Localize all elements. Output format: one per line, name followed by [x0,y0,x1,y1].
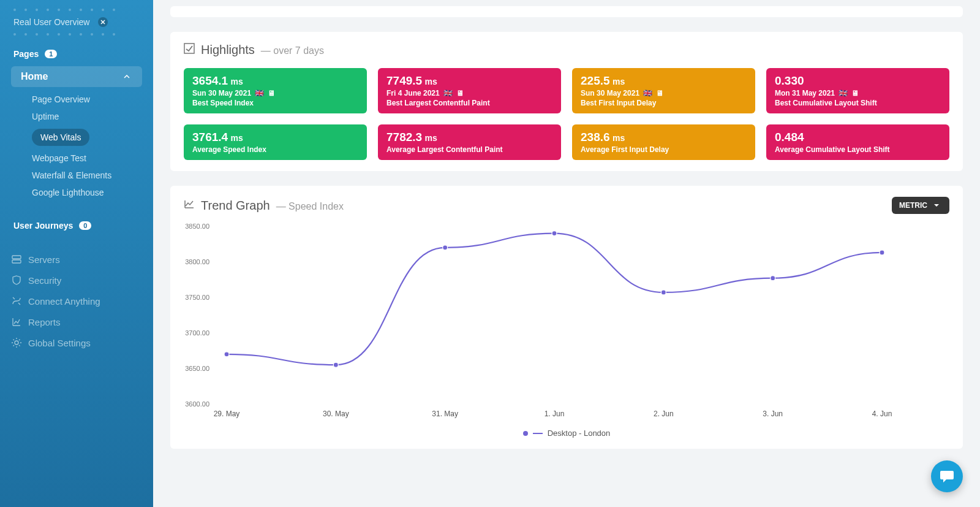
caret-down-icon [931,200,942,211]
server-icon [11,254,22,265]
trend-chart: 3600.003650.003700.003750.003800.003850.… [184,220,949,438]
tile-date: Sun 30 May 2021 [192,89,251,97]
sidebar-subitem-webpage-test[interactable]: Webpage Test [0,150,153,167]
svg-point-20 [552,231,557,236]
tile-unit: ms [612,133,625,143]
svg-text:3700.00: 3700.00 [185,329,209,337]
highlights-card: Highlights — over 7 days 3654.1 msSun 30… [170,32,963,171]
decorative-dots [0,9,153,11]
sidebar-user-journeys-header[interactable]: User Journeys 0 [0,217,153,234]
tile-value: 3654.1 [192,74,228,87]
section-title-text: Trend Graph [201,199,270,213]
tile-value: 0.330 [775,74,804,87]
sidebar-item-label: Security [28,275,61,286]
svg-rect-0 [12,256,21,259]
close-icon[interactable] [98,17,108,27]
svg-text:3650.00: 3650.00 [185,365,209,372]
trend-icon [184,199,195,210]
section-subtitle: — over 7 days [261,45,324,56]
sidebar-item-label: Pages [13,49,39,59]
highlight-tile[interactable]: 7749.5 msFri 4 June 2021 🇬🇧 🖥Best Larges… [378,68,561,113]
tile-date: Mon 31 May 2021 [775,89,835,97]
sidebar-item-connect-anything[interactable]: Connect Anything [0,291,153,311]
chart-icon [11,316,22,327]
svg-text:3600.00: 3600.00 [185,400,209,408]
sidebar-home-expander[interactable]: Home [11,66,142,87]
decorative-dots [0,33,153,36]
svg-rect-3 [184,44,194,53]
highlight-tile[interactable]: 238.6 msAverage First Input Delay [572,124,755,160]
highlight-tile[interactable]: 225.5 msSun 30 May 2021 🇬🇧 🖥Best First I… [572,68,755,113]
chat-fab-button[interactable] [931,460,963,492]
svg-point-21 [661,290,666,295]
main-content: Highlights — over 7 days 3654.1 msSun 30… [153,0,980,507]
tile-unit: ms [425,133,437,143]
svg-text:3850.00: 3850.00 [185,223,209,230]
sidebar-subitem-page-overview[interactable]: Page Overview [0,91,153,108]
svg-text:3. Jun: 3. Jun [763,410,783,418]
sidebar-subitem-web-vitals[interactable]: Web Vitals [0,125,153,150]
pages-count-badge: 1 [45,50,57,58]
highlight-tile[interactable]: 7782.3 msAverage Largest Contentful Pain… [378,124,561,160]
sidebar-item-label: Web Vitals [32,129,89,146]
highlight-tile[interactable]: 3654.1 msSun 30 May 2021 🇬🇧 🖥Best Speed … [184,68,367,113]
highlight-tile[interactable]: 0.484Average Cumulative Layout Shift [766,124,949,160]
tile-label: Average Largest Contentful Paint [386,145,552,154]
highlights-title: Highlights — over 7 days [184,43,949,57]
gear-icon [11,337,22,348]
legend-marker-icon [523,431,528,436]
metric-button-label: METRIC [899,201,927,210]
sidebar-subitem-google-lighthouse[interactable]: Google Lighthouse [0,184,153,201]
sidebar-item-servers[interactable]: Servers [0,249,153,270]
tile-label: Average Cumulative Layout Shift [775,145,941,154]
svg-point-23 [880,250,884,255]
sidebar-subitem-waterfall-elements[interactable]: Waterfall & Elements [0,167,153,184]
sidebar-subitem-uptime[interactable]: Uptime [0,108,153,125]
flag-icon: 🇬🇧 [643,89,652,97]
tile-date: Fri 4 June 2021 [386,89,440,97]
tile-unit: ms [612,77,625,86]
section-title-text: Highlights [201,43,255,57]
highlight-tile[interactable]: 0.330Mon 31 May 2021 🇬🇧 🖥Best Cumulative… [766,68,949,113]
sidebar-item-reports[interactable]: Reports [0,311,153,332]
svg-text:3800.00: 3800.00 [185,258,209,265]
tile-label: Best Largest Contentful Paint [386,99,552,107]
tile-label: Best Speed Index [192,99,358,107]
tile-value: 7782.3 [386,131,422,143]
svg-point-22 [771,276,775,281]
highlight-tile[interactable]: 3761.4 msAverage Speed Index [184,124,367,160]
tile-value: 3761.4 [192,131,228,143]
svg-text:31. May: 31. May [432,410,458,418]
tile-unit: ms [231,133,243,143]
tile-unit: ms [231,77,243,86]
sidebar-item-label: User Journeys [13,221,73,231]
sidebar-item-global-settings[interactable]: Global Settings [0,332,153,353]
tile-unit: ms [425,77,437,86]
trend-title: Trend Graph — Speed Index [184,199,344,213]
tile-date: Sun 30 May 2021 [581,89,639,97]
sidebar-real-user-overview[interactable]: Real User Overview [0,13,153,31]
legend-label: Desktop - London [548,429,611,438]
tile-value: 225.5 [581,74,610,87]
svg-point-18 [333,362,338,367]
chart-legend: Desktop - London [184,429,949,438]
tile-label: Average First Input Delay [581,145,747,154]
monitor-icon: 🖥 [851,89,859,97]
flag-icon: 🇬🇧 [255,89,264,97]
monitor-icon: 🖥 [456,89,464,97]
svg-point-17 [224,352,229,357]
legend-line-icon [533,433,543,434]
svg-point-19 [443,245,448,250]
svg-text:3750.00: 3750.00 [185,294,209,301]
tile-value: 0.484 [775,131,804,143]
sidebar-item-label: Real User Overview [13,17,89,27]
sidebar-item-security[interactable]: Security [0,270,153,291]
sidebar-item-label: Home [21,71,48,82]
tile-label: Average Speed Index [192,145,358,154]
svg-text:30. May: 30. May [323,410,349,418]
sidebar-pages-header[interactable]: Pages 1 [0,45,153,63]
metric-dropdown-button[interactable]: METRIC [892,197,949,214]
svg-text:2. Jun: 2. Jun [654,410,674,418]
chat-icon [939,468,955,484]
sidebar: Real User Overview Pages 1 Home Page Ove… [0,0,153,507]
